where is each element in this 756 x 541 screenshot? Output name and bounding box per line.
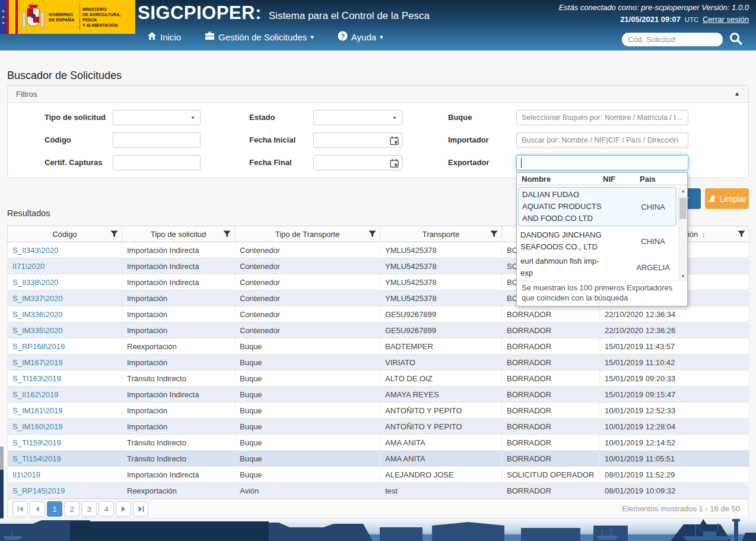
spain-coat-of-arms-icon: [18, 0, 49, 34]
first-page-button[interactable]: [12, 501, 28, 517]
cell-codigo[interactable]: S_IM160\2019: [8, 419, 122, 435]
dropdown-item[interactable]: DALIAN FUDAO AQUATIC PRODUCTS AND FOOD C…: [518, 187, 676, 226]
cell-codigo[interactable]: II1\2019: [8, 467, 122, 483]
gobierno-text: GOBIERNODE ESPAÑA: [49, 0, 77, 34]
table-row[interactable]: S_IM167\2019ImportaciónBuqueVIRIATOBORRA…: [8, 355, 749, 371]
nav-item-gestion-solicitudes[interactable]: Gestión de Solicitudes ▾: [205, 31, 314, 42]
next-page-button[interactable]: [116, 501, 131, 517]
page-button-1[interactable]: 1: [47, 501, 62, 517]
app-header: ★★★ GOBIERNODE ESPAÑA MINISTERIODE AGRIC…: [0, 0, 756, 50]
table-row[interactable]: S_IM335\2020ImportaciónContenedorGE5U926…: [8, 322, 749, 338]
col-header-tipo-transporte[interactable]: Tipo de Transporte: [235, 226, 380, 242]
briefcase-icon: [205, 31, 215, 42]
filter-funnel-icon[interactable]: [490, 230, 498, 239]
cell-codigo[interactable]: S_II162\2019: [8, 387, 122, 403]
filter-funnel-icon[interactable]: [223, 230, 231, 239]
collapse-panel-icon[interactable]: ▲: [734, 91, 740, 97]
exportador-input[interactable]: [516, 155, 688, 170]
dropdown-footer-note: Se muestran los 100 primeros Exportadore…: [517, 280, 687, 306]
calendar-icon[interactable]: [390, 159, 399, 170]
left-scrollbar-thumb[interactable]: [0, 447, 4, 470]
dropdown-item[interactable]: DANDONG JINCHANG SEAFOODS CO., LTD CHINA: [517, 228, 678, 254]
ministerio-text: MINISTERIODE AGRICULTURA, PESCAY ALIMENT…: [82, 0, 135, 34]
cell-codigo[interactable]: S_II338\2020: [8, 274, 122, 290]
page-button-3[interactable]: 3: [81, 501, 97, 517]
spain-flag-strip: [7, 0, 18, 34]
scroll-down-icon[interactable]: ▼: [681, 274, 685, 279]
cell-codigo[interactable]: S_IM336\2020: [8, 306, 122, 322]
table-row[interactable]: S_IM161\2019ImportaciónBuqueANTOÑITO Y P…: [8, 403, 749, 419]
scroll-up-icon[interactable]: ▲: [681, 188, 685, 194]
col-header-transporte[interactable]: Transporte: [380, 226, 502, 242]
utc-label: UTC: [685, 16, 699, 23]
certif-capturas-input[interactable]: [113, 155, 201, 170]
cell-codigo[interactable]: S_IM335\2020: [8, 322, 122, 338]
fecha-inicial-input[interactable]: [313, 132, 402, 148]
logo-divider: [80, 4, 80, 30]
help-circle-icon: ?: [338, 31, 348, 43]
estado-label: Estado: [249, 110, 275, 125]
cell-codigo[interactable]: S_II343\2020: [8, 242, 122, 258]
page-button-4[interactable]: 4: [99, 501, 114, 517]
table-row-selected[interactable]: S_TI154\2019Tránsito IndirectoBuqueAMA A…: [8, 451, 749, 467]
cell-codigo[interactable]: S_RP168\2019: [8, 338, 122, 355]
app-subtitle: Sistema para el Control de la Pesca: [269, 10, 430, 22]
cell-codigo[interactable]: S_TI159\2019: [8, 435, 122, 451]
dropdown-list: DALIAN FUDAO AQUATIC PRODUCTS AND FOOD C…: [517, 187, 687, 280]
scrollbar-thumb[interactable]: [679, 198, 687, 219]
table-row[interactable]: S_TI159\2019Tránsito IndirectoBuqueAMA A…: [8, 435, 749, 451]
col-header-codigo[interactable]: Código: [8, 226, 122, 242]
chevron-down-icon: ▾: [380, 33, 383, 41]
pagination-bar: 1 2 3 4 Elementos mostrados 1 - 16 de 50: [7, 499, 749, 518]
filters-panel-header[interactable]: Filtros: [8, 86, 748, 103]
session-info: Estás conectado como: pre-scpioperoper V…: [559, 3, 749, 12]
tipo-solicitud-select[interactable]: ▼: [113, 110, 201, 125]
cell-codigo[interactable]: S_TI163\2019: [8, 371, 122, 387]
fecha-final-label: Fecha Final: [249, 155, 292, 170]
table-row[interactable]: S_II162\2019Importación IndirectaBuqueAM…: [8, 387, 749, 403]
logout-link[interactable]: Cerrar sesión: [703, 15, 749, 24]
calendar-icon[interactable]: [390, 136, 399, 147]
home-icon: [147, 31, 157, 42]
table-row[interactable]: II1\2019Importación IndirectaBuqueALEJAN…: [8, 467, 749, 483]
nav-item-inicio[interactable]: Inicio: [147, 31, 181, 42]
last-page-button[interactable]: [133, 501, 148, 517]
exportador-label: Exportador: [448, 155, 489, 170]
col-header-tipo-solicitud[interactable]: Tipo de solicitud: [122, 226, 235, 242]
page-button-2[interactable]: 2: [64, 501, 80, 517]
importador-input[interactable]: [516, 132, 688, 148]
results-title: Resultados: [7, 208, 50, 218]
filter-funnel-icon[interactable]: [110, 230, 118, 239]
table-row[interactable]: S_RP168\2019ReexportaciónBuqueBADTEMPERB…: [8, 338, 749, 355]
search-input[interactable]: [622, 33, 723, 46]
filter-funnel-icon[interactable]: [738, 230, 745, 239]
cell-codigo[interactable]: S_RP145\2019: [8, 483, 122, 499]
elements-shown-info: Elementos mostrados 1 - 16 de 50: [622, 499, 740, 518]
dropdown-item[interactable]: eurl dahmoun fish imp-exp ARGELIA: [517, 254, 678, 280]
search-icon[interactable]: [729, 31, 743, 48]
fecha-inicial-label: Fecha Inicial: [249, 132, 296, 148]
main-nav: Inicio Gestión de Solicitudes ▾ ? Ayuda …: [147, 27, 383, 46]
table-row[interactable]: S_IM336\2020ImportaciónContenedorGE5U926…: [8, 306, 749, 322]
cell-codigo[interactable]: S_IM167\2019: [8, 355, 122, 371]
dropdown-column-headers: Nombre NIF País: [517, 173, 687, 185]
sort-desc-icon: ↓: [701, 230, 706, 239]
prev-page-button[interactable]: [30, 501, 45, 517]
footer-harbor-illustration: [0, 518, 756, 541]
buque-label: Buque: [448, 110, 472, 125]
codigo-input[interactable]: [113, 132, 201, 148]
estado-select[interactable]: ▼: [313, 110, 402, 125]
left-scrollbar-track: [0, 470, 4, 520]
cell-codigo[interactable]: S_IM161\2019: [8, 403, 122, 419]
fecha-final-input[interactable]: [313, 155, 402, 170]
buque-input[interactable]: [516, 110, 688, 125]
table-row[interactable]: S_TI163\2019Tránsito IndirectoBuqueALTO …: [8, 371, 749, 387]
table-row[interactable]: S_RP145\2019ReexportaciónAvióntestBORRAD…: [8, 483, 749, 499]
cell-codigo[interactable]: S_TI154\2019: [8, 451, 122, 467]
cell-codigo[interactable]: S_IM337\2020: [8, 290, 122, 306]
filter-funnel-icon[interactable]: [369, 230, 376, 239]
nav-item-ayuda[interactable]: ? Ayuda ▾: [338, 31, 383, 43]
cell-codigo[interactable]: II71\2020: [8, 258, 122, 274]
table-row[interactable]: S_IM160\2019ImportaciónBuqueANTOÑITO Y P…: [8, 419, 749, 435]
limpiar-button[interactable]: Limpiar: [705, 188, 749, 209]
